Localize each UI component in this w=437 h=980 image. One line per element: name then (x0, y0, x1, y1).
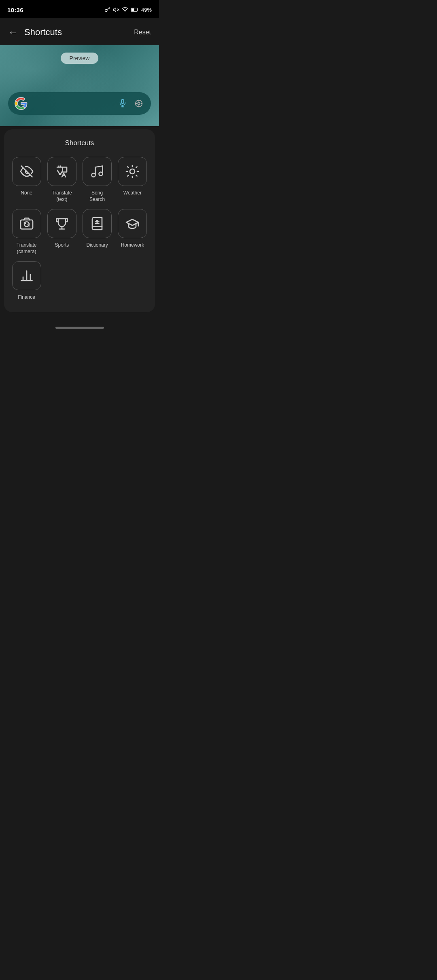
google-logo (15, 97, 28, 110)
shortcut-translate-camera[interactable]: Translate(camera) (11, 209, 42, 255)
svg-point-10 (138, 102, 140, 105)
battery-icon (131, 6, 139, 13)
svg-rect-6 (121, 99, 124, 103)
svg-point-0 (105, 9, 107, 11)
status-time: 10:36 (7, 6, 23, 13)
svg-line-11 (21, 166, 32, 177)
shortcut-none[interactable]: None (11, 157, 42, 203)
book-icon (90, 216, 104, 231)
shortcut-song-search[interactable]: SongSearch (81, 157, 113, 203)
shortcut-dictionary[interactable]: Dictionary (81, 209, 113, 255)
music-note-icon (90, 164, 104, 179)
shortcut-sports-label: Sports (55, 242, 69, 249)
page-title: Shortcuts (24, 27, 134, 38)
reset-button[interactable]: Reset (134, 29, 151, 36)
shortcut-homework[interactable]: Homework (117, 209, 148, 255)
shortcut-translate-camera-icon-box (12, 209, 41, 238)
microphone-icon[interactable] (117, 98, 128, 109)
bottom-bar (0, 320, 159, 334)
shortcut-translate-text[interactable]: Translate(text) (46, 157, 78, 203)
status-bar: 10:36 49% (0, 0, 159, 18)
shortcut-finance-label: Finance (18, 294, 35, 301)
shortcut-none-label: None (21, 190, 32, 196)
eye-off-icon (19, 164, 34, 179)
shortcut-dictionary-icon-box (83, 209, 112, 238)
shortcut-translate-camera-label: Translate(camera) (17, 242, 37, 255)
shortcut-weather[interactable]: Weather (117, 157, 148, 203)
back-button[interactable]: ← (6, 25, 19, 40)
shortcut-translate-text-icon-box (47, 157, 76, 186)
shortcuts-panel: Shortcuts None (4, 129, 155, 312)
shortcut-finance[interactable]: Finance (11, 261, 42, 301)
google-search-bar[interactable] (8, 92, 151, 115)
shortcut-finance-icon-box (12, 261, 41, 290)
shortcut-dictionary-label: Dictionary (86, 242, 108, 249)
shortcut-translate-text-label: Translate(text) (52, 190, 72, 203)
shortcut-weather-label: Weather (123, 190, 142, 196)
svg-point-15 (130, 169, 135, 174)
svg-rect-5 (131, 8, 134, 11)
svg-point-3 (125, 11, 125, 12)
shortcuts-grid: None Translate(text) (11, 157, 148, 301)
search-bar-container (8, 92, 151, 115)
shortcuts-panel-title: Shortcuts (11, 139, 148, 147)
shortcut-weather-icon-box (118, 157, 147, 186)
svg-point-13 (92, 173, 95, 177)
trophy-icon (55, 216, 69, 231)
home-indicator (55, 327, 104, 329)
lens-icon[interactable] (133, 98, 144, 109)
graduation-icon (125, 216, 140, 231)
preview-badge: Preview (61, 53, 99, 64)
camera-translate-icon (19, 216, 34, 231)
wifi-icon (122, 6, 128, 13)
battery-percentage: 49% (141, 7, 152, 13)
shortcut-song-search-label: SongSearch (89, 190, 105, 203)
shortcut-homework-label: Homework (121, 242, 144, 249)
shortcut-sports[interactable]: Sports (46, 209, 78, 255)
status-icons: 49% (104, 6, 152, 13)
weather-icon (125, 164, 140, 179)
preview-section: Preview (0, 45, 159, 126)
translate-icon (55, 164, 69, 179)
key-icon (104, 6, 110, 13)
shortcut-song-search-icon-box (83, 157, 112, 186)
shortcut-homework-icon-box (118, 209, 147, 238)
top-nav: ← Shortcuts Reset (0, 18, 159, 45)
mute-icon (113, 6, 119, 13)
shortcut-none-icon-box (12, 157, 41, 186)
chart-icon (19, 268, 34, 283)
shortcut-sports-icon-box (47, 209, 76, 238)
